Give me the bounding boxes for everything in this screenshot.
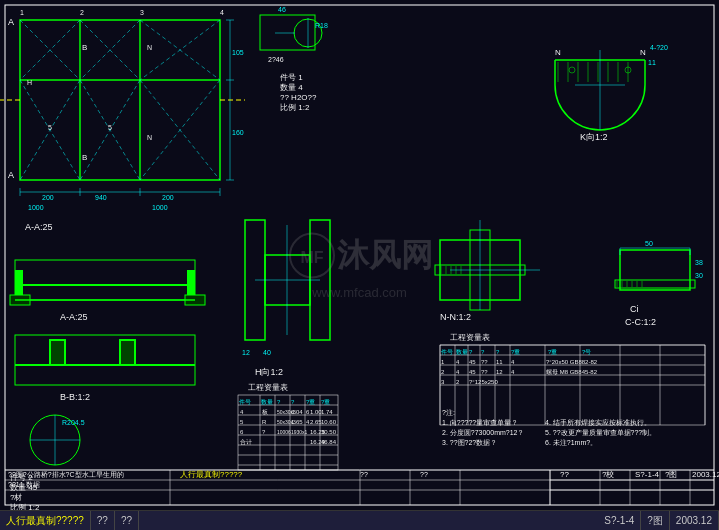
main-container: MF 沐风网 www.mfcad.com 人行最真制????? ?? ?? S?… [0, 0, 719, 530]
bottom-status2: ?? [115, 511, 139, 530]
bottom-drawing-num: S?-1-4 [598, 511, 641, 530]
bottom-status1: ?? [91, 511, 115, 530]
bottom-figure: ?图 [641, 511, 670, 530]
bottom-command: 人行最真制????? [0, 511, 91, 530]
bottom-date: 2003.12 [670, 511, 719, 530]
bottom-bar: 人行最真制????? ?? ?? S?-1-4 ?图 2003.12 [0, 510, 719, 530]
cad-drawing [0, 0, 719, 510]
